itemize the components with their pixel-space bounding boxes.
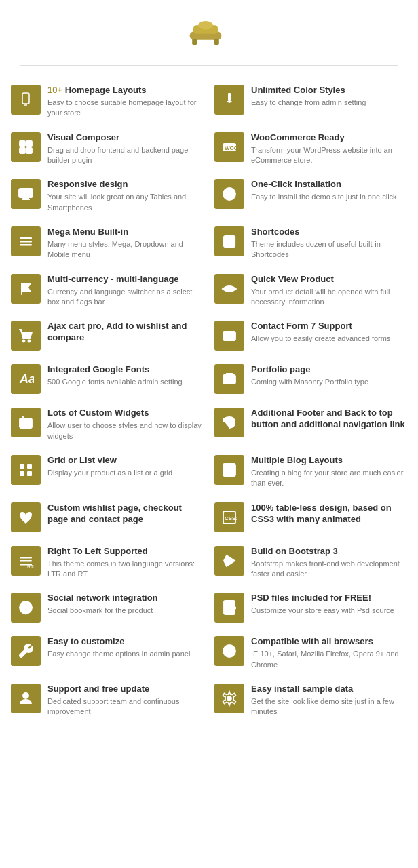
- feature-item-social: Social network integrationSocial bookmar…: [5, 586, 209, 629]
- svg-point-26: [28, 340, 31, 342]
- undo-icon: [214, 408, 244, 437]
- desktop-icon: [11, 179, 41, 209]
- feature-title-psd: PSD files included for FREE!: [251, 593, 394, 604]
- psd-icon: PSD: [214, 593, 244, 623]
- eye-icon: [214, 274, 244, 304]
- feature-item-responsive: Responsive designYour site will look gre…: [5, 172, 209, 220]
- feature-desc-google-fonts: 500 Google fonts available admin setting: [48, 377, 183, 387]
- svg-rect-14: [19, 189, 33, 197]
- feature-desc-multiple-blog: Creating a blog for your store are much …: [251, 468, 407, 489]
- brackets-icon: [ ]: [214, 226, 244, 256]
- feature-title-support: Support and free update: [48, 684, 204, 695]
- svg-rect-30: [225, 378, 229, 381]
- feature-desc-bootstrap: Bootstrap makes front-end web developmen…: [251, 559, 407, 580]
- feature-desc-mega-menu: Many menu styles: Mega, Dropdown and Mob…: [48, 239, 204, 260]
- svg-rect-34: [22, 425, 27, 426]
- feature-desc-support: Dedicated support team and continuous im…: [48, 696, 204, 717]
- feature-title-grid-list: Grid or List view: [48, 455, 172, 467]
- feature-desc-social: Social bookmark for the product: [48, 606, 158, 616]
- svg-point-25: [23, 340, 25, 342]
- feature-item-browsers: Compatible with all browsersIE 10+, Safa…: [209, 629, 413, 677]
- feature-title-quick-view: Quick View Product: [251, 274, 407, 285]
- feature-item-contact-form: Contact Form 7 SupportAllow you to easil…: [209, 314, 413, 357]
- css3-icon: CSS3: [214, 502, 244, 532]
- svg-rect-10: [20, 148, 25, 153]
- feature-item-mega-menu: Mega Menu Built-inMany menu styles: Mega…: [5, 220, 209, 267]
- feature-item-unlimited-colors: Unlimited Color StylesEasy to change fro…: [209, 78, 413, 125]
- grid-icon: [11, 455, 41, 485]
- globe-icon: [11, 593, 41, 623]
- svg-point-4: [198, 21, 213, 30]
- feature-item-visual-composer: Visual ComposerDrag and drop frontend an…: [5, 125, 209, 173]
- header: [0, 0, 418, 58]
- feature-title-social: Social network integration: [48, 593, 158, 604]
- support-icon: [11, 684, 41, 713]
- wrench-icon: [11, 636, 41, 666]
- feature-item-support: Support and free updateDedicated support…: [5, 677, 209, 724]
- feature-title-additional-footer: Additional Footer and Back to top button…: [251, 408, 407, 431]
- feature-item-wishlist: Custom wishlist page, checkout page and …: [5, 496, 209, 539]
- feature-item-grid-list: Grid or List viewDisplay your product as…: [5, 448, 209, 496]
- feature-desc-customize: Easy change theme options in admin panel: [48, 649, 190, 659]
- svg-rect-20: [20, 244, 32, 246]
- woo-icon: WOO: [214, 132, 244, 162]
- feature-desc-one-click: Easy to install the demo site just in on…: [251, 192, 397, 202]
- feature-title-sample-data: Easy install sample data: [251, 684, 407, 695]
- feature-item-additional-footer: Additional Footer and Back to top button…: [209, 401, 413, 448]
- feature-item-shortcodes: [ ]ShortcodesTheme includes dozen of use…: [209, 220, 413, 267]
- feature-title-one-click: One-Click Installation: [251, 179, 397, 191]
- svg-rect-35: [20, 464, 24, 469]
- download-icon: [11, 408, 41, 437]
- svg-text:PSD: PSD: [225, 605, 237, 611]
- svg-text:RTL: RTL: [27, 564, 34, 569]
- feature-desc-contact-form: Allow you to easily create advanced form…: [251, 334, 390, 344]
- svg-point-24: [227, 287, 231, 291]
- flag-icon: [11, 274, 41, 304]
- rtl-icon: RTL: [11, 546, 41, 576]
- feature-title-portfolio: Portfolio page: [251, 364, 368, 376]
- puzzle-icon: [11, 132, 41, 162]
- finger-icon: [214, 179, 244, 209]
- feature-title-browsers: Compatible with all browsers: [251, 636, 407, 648]
- feature-title-css3: 100% table-less design, based on CSS3 wi…: [251, 502, 407, 526]
- feature-desc-browsers: IE 10+, Safari, Mozilla Firefox, Opera 9…: [251, 649, 407, 670]
- feature-item-bootstrap: Build on Bootstrap 3Bootstrap makes fron…: [209, 539, 413, 587]
- svg-text:[ ]: [ ]: [226, 238, 232, 246]
- feature-desc-visual-composer: Drag and drop frontend and backend page …: [48, 145, 204, 166]
- feature-item-one-click: One-Click InstallationEasy to install th…: [209, 172, 413, 220]
- svg-rect-46: [20, 560, 32, 562]
- feature-title-google-fonts: Integrated Google Fonts: [48, 364, 183, 376]
- svg-point-60: [227, 696, 231, 701]
- svg-text:CSS3: CSS3: [225, 515, 238, 521]
- svg-rect-8: [20, 141, 25, 146]
- menu-icon: [11, 226, 41, 256]
- feature-item-customize: Easy to customizeEasy change theme optio…: [5, 629, 209, 677]
- feature-desc-custom-widgets: Allow user to choose styles and how to d…: [48, 420, 204, 441]
- svg-rect-45: [20, 557, 32, 559]
- feature-desc-portfolio: Coming with Masonry Portfolio type: [251, 377, 368, 387]
- blog-icon: [214, 455, 244, 485]
- svg-rect-18: [20, 237, 32, 239]
- svg-point-54: [227, 649, 231, 653]
- feature-item-sample-data: Easy install sample dataGet the site loo…: [209, 677, 413, 724]
- feature-item-css3: CSS3100% table-less design, based on CSS…: [209, 496, 413, 539]
- chrome-icon: [214, 636, 244, 666]
- feature-desc-woocommerce: Transform your WordPress website into an…: [251, 145, 407, 166]
- envelope-icon: [214, 321, 244, 351]
- feature-title-multiple-blog: Multiple Blog Layouts: [251, 455, 407, 467]
- svg-text:WOO: WOO: [225, 145, 238, 151]
- feature-desc-rtl: This theme comes in two language version…: [48, 559, 204, 580]
- brush-icon: [214, 85, 244, 115]
- feature-item-quick-view: Quick View ProductYour product detail wi…: [209, 267, 413, 315]
- feature-title-ajax-cart: Ajax cart pro, Add to wishlist and compa…: [48, 321, 204, 344]
- feature-item-woocommerce: WOOWooCommerce ReadyTransform your WordP…: [209, 125, 413, 173]
- feature-desc-homepage-layouts: Easy to choose suitable homepage layout …: [48, 98, 204, 119]
- svg-rect-42: [223, 471, 235, 476]
- header-divider: [20, 65, 398, 66]
- cart-icon: [11, 321, 41, 351]
- font-icon: Aa: [11, 364, 41, 394]
- feature-item-custom-widgets: Lots of Custom WidgetsAllow user to choo…: [5, 401, 209, 448]
- feature-item-ajax-cart: Ajax cart pro, Add to wishlist and compa…: [5, 314, 209, 357]
- feature-desc-psd: Customize your store easy with Psd sourc…: [251, 606, 394, 616]
- svg-rect-3: [214, 39, 219, 45]
